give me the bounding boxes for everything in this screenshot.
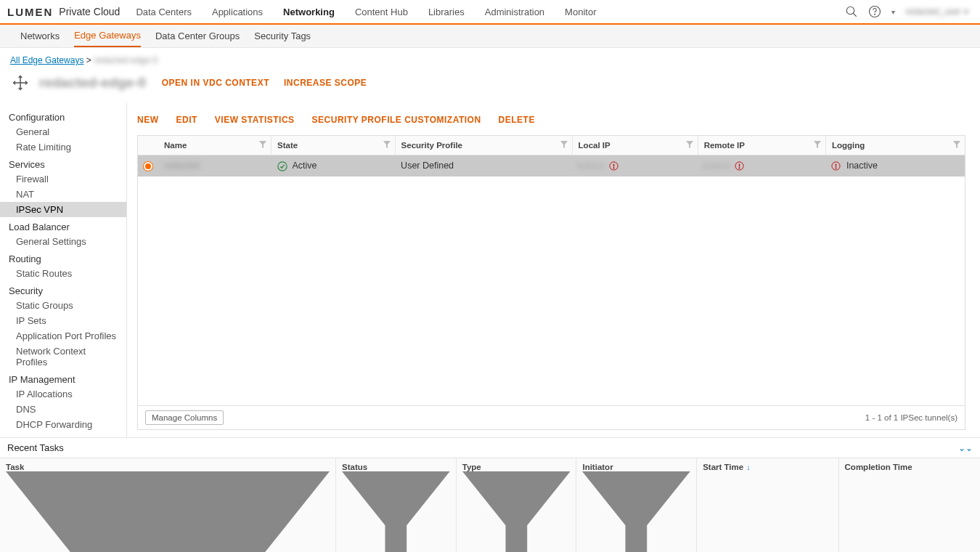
col-local-ip[interactable]: Local IP bbox=[572, 136, 698, 155]
side-general[interactable]: General bbox=[0, 124, 126, 139]
increase-scope-button[interactable]: INCREASE SCOPE bbox=[284, 78, 367, 88]
view-stats-button[interactable]: VIEW STATISTICS bbox=[215, 115, 295, 125]
nav-monitor[interactable]: Monitor bbox=[565, 1, 596, 23]
svg-point-18 bbox=[739, 168, 740, 169]
filter-icon[interactable] bbox=[383, 141, 391, 148]
side-group-security: Security bbox=[0, 281, 126, 298]
nav-applications[interactable]: Applications bbox=[212, 1, 263, 23]
svg-marker-11 bbox=[953, 141, 960, 148]
subnav-data-center-groups[interactable]: Data Center Groups bbox=[155, 25, 240, 46]
breadcrumb-current: redacted-edge-0 bbox=[94, 55, 158, 65]
nav-networking[interactable]: Networking bbox=[283, 1, 335, 23]
nav-content-hub[interactable]: Content Hub bbox=[355, 1, 408, 23]
breadcrumb-link[interactable]: All Edge Gateways bbox=[10, 55, 83, 65]
side-firewall[interactable]: Firewall bbox=[0, 171, 126, 187]
svg-point-21 bbox=[836, 168, 836, 169]
task-col-initiator[interactable]: Initiator bbox=[576, 458, 696, 552]
svg-marker-22 bbox=[6, 471, 330, 552]
side-rate-limiting[interactable]: Rate Limiting bbox=[0, 139, 126, 155]
side-group-ip-mgmt: IP Management bbox=[0, 370, 126, 386]
svg-marker-7 bbox=[383, 141, 391, 148]
subnav-networks[interactable]: Networks bbox=[20, 25, 60, 46]
filter-icon[interactable] bbox=[259, 141, 266, 148]
user-chevron-icon: ▾ bbox=[964, 7, 968, 17]
security-profile-button[interactable]: SECURITY PROFILE CUSTOMIZATION bbox=[312, 115, 481, 125]
top-right: ▾ redacted_user ▾ bbox=[845, 5, 968, 18]
table-row[interactable]: redacted Active User Defined x.x.x.x x.x… bbox=[138, 155, 965, 176]
col-remote-ip[interactable]: Remote IP bbox=[698, 136, 825, 155]
gateway-name: redacted-edge-0 bbox=[39, 75, 146, 91]
filter-icon[interactable] bbox=[560, 141, 568, 148]
ipsec-table: Name State Security Profile Local IP Rem… bbox=[137, 135, 965, 430]
side-ip-sets[interactable]: IP Sets bbox=[0, 313, 126, 328]
row-radio[interactable] bbox=[138, 155, 158, 176]
col-security-profile[interactable]: Security Profile bbox=[395, 136, 572, 155]
svg-marker-9 bbox=[686, 141, 693, 148]
side-static-groups[interactable]: Static Groups bbox=[0, 298, 126, 313]
col-state[interactable]: State bbox=[271, 136, 396, 155]
side-lb-general[interactable]: General Settings bbox=[0, 234, 126, 249]
svg-marker-8 bbox=[560, 141, 568, 148]
info-error-icon bbox=[831, 161, 841, 171]
content-area: Configuration General Rate Limiting Serv… bbox=[0, 103, 980, 437]
radio-selected-icon bbox=[144, 162, 152, 171]
action-bar: NEW EDIT VIEW STATISTICS SECURITY PROFIL… bbox=[137, 115, 965, 125]
task-col-completion-time[interactable]: Completion Time bbox=[838, 458, 980, 552]
filter-icon[interactable] bbox=[342, 471, 450, 552]
edge-gateway-icon bbox=[10, 73, 30, 93]
brand-logo: LUMEN bbox=[7, 6, 53, 18]
cell-security-profile: User Defined bbox=[395, 155, 572, 176]
nav-libraries[interactable]: Libraries bbox=[428, 1, 465, 23]
subnav-edge-gateways[interactable]: Edge Gateways bbox=[74, 25, 141, 47]
recent-tasks-toggle-icon[interactable]: ⌄⌄ bbox=[958, 443, 973, 453]
filter-icon[interactable] bbox=[686, 141, 693, 148]
top-header: LUMEN Private Cloud Data Centers Applica… bbox=[0, 0, 980, 25]
help-icon[interactable] bbox=[868, 5, 881, 18]
subnav-security-tags[interactable]: Security Tags bbox=[254, 25, 311, 46]
filter-icon[interactable] bbox=[953, 141, 960, 148]
svg-point-0 bbox=[847, 7, 855, 15]
edit-button[interactable]: EDIT bbox=[176, 115, 197, 125]
side-app-port-profiles[interactable]: Application Port Profiles bbox=[0, 328, 126, 344]
side-dns[interactable]: DNS bbox=[0, 402, 126, 417]
task-col-status[interactable]: Status bbox=[335, 458, 456, 552]
side-group-configuration: Configuration bbox=[0, 107, 126, 124]
side-dhcp-forwarding[interactable]: DHCP Forwarding bbox=[0, 417, 126, 432]
col-name[interactable]: Name bbox=[158, 136, 271, 155]
svg-marker-24 bbox=[462, 471, 571, 552]
info-error-icon[interactable] bbox=[609, 161, 618, 171]
gateway-header: redacted-edge-0 OPEN IN VDC CONTEXT INCR… bbox=[0, 70, 980, 103]
filter-icon[interactable] bbox=[6, 471, 330, 552]
side-group-services: Services bbox=[0, 155, 126, 171]
side-ipsec-vpn[interactable]: IPSec VPN bbox=[0, 202, 126, 217]
side-network-context-profiles[interactable]: Network Context Profiles bbox=[0, 344, 126, 370]
tasks-table-head: Task Status Type Initiator Start Time↓ C… bbox=[0, 458, 980, 552]
filter-icon[interactable] bbox=[462, 471, 571, 552]
side-ip-allocations[interactable]: IP Allocations bbox=[0, 386, 126, 402]
info-error-icon[interactable] bbox=[735, 161, 744, 171]
delete-button[interactable]: DELETE bbox=[499, 115, 535, 125]
top-nav: Data Centers Applications Networking Con… bbox=[136, 1, 845, 23]
cell-name: redacted bbox=[158, 155, 271, 176]
help-chevron-icon[interactable]: ▾ bbox=[891, 8, 895, 16]
svg-point-12 bbox=[277, 162, 286, 171]
cell-local-ip: x.x.x.x bbox=[572, 155, 698, 176]
filter-icon[interactable] bbox=[814, 141, 821, 148]
table-count: 1 - 1 of 1 IPSec tunnel(s) bbox=[865, 413, 957, 422]
user-menu[interactable]: redacted_user ▾ bbox=[905, 7, 968, 17]
svg-line-1 bbox=[854, 13, 857, 17]
search-icon[interactable] bbox=[845, 5, 858, 18]
task-col-type[interactable]: Type bbox=[456, 458, 576, 552]
nav-administration[interactable]: Administration bbox=[485, 1, 544, 23]
side-static-routes[interactable]: Static Routes bbox=[0, 266, 126, 281]
nav-data-centers[interactable]: Data Centers bbox=[136, 1, 192, 23]
task-col-start-time[interactable]: Start Time↓ bbox=[696, 458, 838, 552]
open-vdc-button[interactable]: OPEN IN VDC CONTEXT bbox=[162, 78, 269, 88]
task-col-task[interactable]: Task bbox=[0, 458, 335, 552]
cell-remote-ip: x.x.x.x bbox=[698, 155, 825, 176]
side-nat[interactable]: NAT bbox=[0, 187, 126, 202]
filter-icon[interactable] bbox=[582, 471, 690, 552]
new-button[interactable]: NEW bbox=[137, 115, 159, 125]
manage-columns-button[interactable]: Manage Columns bbox=[145, 410, 224, 425]
col-logging[interactable]: Logging bbox=[825, 136, 965, 155]
